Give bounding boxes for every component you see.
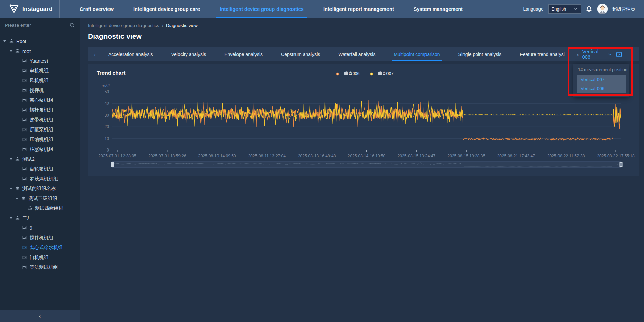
device-group-icon [22, 108, 27, 112]
legend-marker [367, 72, 376, 76]
device-group-icon [22, 265, 27, 269]
legend-label: 垂直006 [344, 71, 360, 77]
tree-item-label: 皮带机机组 [30, 117, 53, 123]
datazoom-handle-left[interactable] [111, 162, 114, 167]
nav-item[interactable]: Intelligent report management [314, 0, 404, 18]
tree-item-label: 电机机组 [30, 68, 49, 74]
svg-text:2025-08-13 16:48:48: 2025-08-13 16:48:48 [298, 154, 336, 158]
tree-item-皮带机机组[interactable]: 皮带机机组 [0, 115, 80, 125]
tree-item-label: 算法测试机组 [30, 264, 58, 270]
breadcrumb: Intelligent device group diagnostics / D… [88, 23, 639, 28]
device-group-icon [22, 246, 27, 249]
tab-single-point-analysis[interactable]: Single point analysis [449, 47, 511, 61]
nav-menu: Craft overviewIntelligent device group c… [70, 0, 473, 18]
legend-item[interactable]: 垂直007 [367, 71, 394, 77]
bell-icon[interactable] [586, 6, 592, 13]
page-title: Diagnostic view [88, 32, 639, 40]
tree-search[interactable]: Please enter [0, 18, 80, 33]
tree-item-Yuantest[interactable]: Yuantest [0, 56, 80, 66]
search-input[interactable]: Please enter [5, 23, 31, 28]
tab-waterfall-analysis[interactable]: Waterfall analysis [329, 47, 384, 61]
tree-item-Root[interactable]: Root [0, 36, 80, 46]
tab-cepstrum-analysis[interactable]: Cepstrum analysis [272, 47, 329, 61]
tab-multipoint-comparison[interactable]: Multipoint comparison [384, 47, 449, 61]
tree-item-测试的组织名称[interactable]: 测试的组织名称 [0, 184, 80, 194]
tree-item-压缩机机组[interactable]: 压缩机机组 [0, 135, 80, 144]
tree-item-9[interactable]: 9 [0, 223, 80, 233]
tree-item-label: 屏蔽泵机组 [30, 127, 53, 133]
caret-down-icon[interactable] [10, 158, 12, 160]
sidebar-collapse-button[interactable]: ‹ [0, 310, 80, 322]
tree-item-离心泵机组[interactable]: 离心泵机组 [0, 95, 80, 105]
svg-text:2025-07-31 18:59:26: 2025-07-31 18:59:26 [148, 154, 186, 158]
tree-item-电机机组[interactable]: 电机机组 [0, 66, 80, 76]
legend-marker [333, 72, 342, 76]
tabs-scroll-right-icon[interactable]: › [574, 52, 582, 57]
sidebar: Please enter RootrootYuantest电机机组风机机组搅拌机… [0, 18, 80, 322]
datazoom-handle-right[interactable] [620, 162, 623, 167]
logo[interactable]: Instaguard [0, 0, 60, 18]
tree-item-齿轮箱机组[interactable]: 齿轮箱机组 [0, 164, 80, 174]
measurement-option[interactable]: Vertical 006 [577, 84, 626, 93]
tab-velocity-analysis[interactable]: Velocity analysis [162, 47, 215, 61]
tree-item-label: 柱塞泵机组 [30, 146, 53, 153]
measurement-group-label: 1# measurement position [573, 66, 629, 75]
tree-item-label: 离心式冷水机组 [30, 245, 63, 251]
measurement-select[interactable]: Vertical 006 [582, 49, 636, 60]
tree-item-label: 罗茨风机机组 [30, 176, 58, 182]
caret-down-icon[interactable] [10, 50, 12, 52]
tree-item-测试2[interactable]: 测试2 [0, 154, 80, 164]
tree-item-罗茨风机机组[interactable]: 罗茨风机机组 [0, 174, 80, 184]
tree-item-搅拌机[interactable]: 搅拌机 [0, 85, 80, 95]
svg-text:m/s²: m/s² [102, 84, 110, 88]
tree-item-风机机组[interactable]: 风机机组 [0, 76, 80, 85]
tree-item-label: Yuantest [30, 58, 48, 64]
nav-item[interactable]: System management [404, 0, 473, 18]
tree-item-label: 9 [30, 225, 32, 231]
tree-item-root[interactable]: root [0, 46, 80, 56]
tab-acceleration-analysis[interactable]: Acceleration analysis [99, 47, 162, 61]
legend-item[interactable]: 垂直006 [333, 71, 360, 77]
tree-item-测试三级组织[interactable]: 测试三级组织 [0, 194, 80, 203]
measurement-option[interactable]: Vertical 007 [577, 75, 626, 84]
tree-item-柱塞泵机组[interactable]: 柱塞泵机组 [0, 144, 80, 154]
svg-text:50: 50 [105, 89, 109, 94]
tab-envelope-analysis[interactable]: Envelope analysis [215, 47, 272, 61]
search-icon[interactable] [70, 23, 75, 28]
tree-item-label: 测试三级组织 [29, 196, 57, 202]
nav-item[interactable]: Intelligent device group care [124, 0, 210, 18]
caret-down-icon[interactable] [16, 198, 18, 199]
tree-item-搅拌机机组[interactable]: 搅拌机机组 [0, 233, 80, 243]
tree-item-label: 离心泵机组 [30, 97, 53, 103]
device-group-icon [22, 118, 27, 122]
tree-item-三厂[interactable]: 三厂 [0, 213, 80, 223]
tree-item-离心式冷水机组[interactable]: 离心式冷水机组 [0, 243, 80, 253]
language-select[interactable]: English [548, 4, 581, 14]
app-title: Instaguard [22, 6, 53, 13]
tree-item-算法测试机组[interactable]: 算法测试机组 [0, 262, 80, 272]
caret-down-icon[interactable] [10, 188, 12, 189]
tree-item-螺杆泵机组[interactable]: 螺杆泵机组 [0, 105, 80, 115]
caret-down-icon[interactable] [10, 217, 12, 219]
calendar-check-icon[interactable] [615, 51, 622, 58]
svg-text:2025-08-21 17:43:47: 2025-08-21 17:43:47 [497, 154, 535, 158]
avatar[interactable] [597, 4, 608, 14]
tree-item-label: 搅拌机 [30, 87, 44, 94]
tabs-scroll-left-icon[interactable]: ‹ [91, 52, 99, 57]
tree-item-门机机组[interactable]: 门机机组 [0, 253, 80, 262]
nav-item[interactable]: Craft overview [70, 0, 124, 18]
nav-item[interactable]: Intelligent device group diagnostics [210, 0, 314, 18]
device-group-icon [22, 88, 27, 92]
tree-item-label: 门机机组 [30, 255, 49, 261]
tab-feature-trend-analysi[interactable]: Feature trend analysi [511, 47, 574, 61]
trend-chart[interactable]: 01020304050m/s²2025-07-31 12:38:052025-0… [97, 80, 637, 172]
svg-text:40: 40 [105, 101, 109, 106]
device-group-icon [22, 69, 27, 73]
tree-item-测试四级组织[interactable]: 测试四级组织 [0, 203, 80, 213]
tree-item-屏蔽泵机组[interactable]: 屏蔽泵机组 [0, 125, 80, 135]
breadcrumb-section[interactable]: Intelligent device group diagnostics [88, 23, 159, 28]
user-name[interactable]: 超级管理员 [612, 6, 636, 12]
caret-down-icon[interactable] [3, 40, 6, 42]
svg-text:2025-08-15 19:28:35: 2025-08-15 19:28:35 [448, 154, 486, 158]
svg-text:30: 30 [105, 113, 109, 118]
